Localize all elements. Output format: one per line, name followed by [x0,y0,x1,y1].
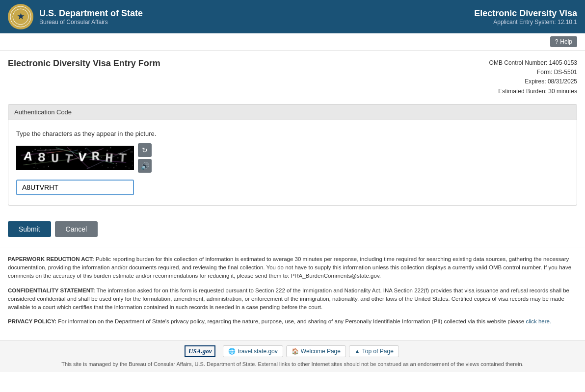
header: ★ U.S. Department of State Bureau of Con… [0,0,585,33]
svg-text:★: ★ [17,12,25,21]
captcha-controls: ↻ 🔊 [138,143,152,173]
captcha-image [16,146,134,170]
cancel-button[interactable]: Cancel [55,221,98,237]
footer-disclaimer: This site is managed by the Bureau of Co… [8,361,577,367]
header-left: ★ U.S. Department of State Bureau of Con… [8,4,143,29]
privacy-title: PRIVACY POLICY: [8,318,56,324]
footer: USA.gov 🌐 travel.state.gov 🏠 Welcome Pag… [0,340,585,372]
agency-name: U.S. Department of State [39,8,143,19]
usa-gov-logo: USA.gov [185,345,215,357]
page-title-area: Electronic Diversity Visa Entry Form OMB… [0,51,585,100]
paperwork-block: PAPERWORK REDUCTION ACT: Public reportin… [8,255,577,281]
help-bar: ? Help [0,33,585,51]
privacy-text: For information on the Department of Sta… [58,318,526,324]
confidentiality-title: CONFIDENTIALITY STATEMENT: [8,287,95,293]
home-icon: 🏠 [292,348,299,355]
help-icon: ? [555,38,558,45]
seal-icon: ★ [8,4,33,29]
welcome-page-link[interactable]: 🏠 Welcome Page [286,345,346,357]
expiry-date: Expires: 08/31/2025 [489,77,577,86]
refresh-icon: ↻ [142,146,148,154]
travel-link-text: travel.state.gov [238,348,277,355]
main-content: Authentication Code Type the characters … [0,100,585,221]
burden-estimate: Estimated Burden: 30 minutes [489,87,577,96]
form-meta: OMB Control Number: 1405-0153 Form: DS-5… [489,58,577,96]
section-body: Type the characters as they appear in th… [8,120,577,205]
audio-captcha-button[interactable]: 🔊 [138,159,152,173]
page-title: Electronic Diversity Visa Entry Form [8,58,160,69]
up-arrow-icon: ▲ [354,348,360,355]
captcha-input[interactable] [16,180,134,195]
button-row: Submit Cancel [0,221,585,247]
top-of-page-link[interactable]: ▲ Top of Page [349,345,399,357]
help-button[interactable]: ? Help [550,36,577,47]
header-right: Electronic Diversity Visa Applicant Entr… [474,8,577,26]
footer-links: USA.gov 🌐 travel.state.gov 🏠 Welcome Pag… [8,345,577,357]
refresh-captcha-button[interactable]: ↻ [138,143,152,157]
captcha-instruction: Type the characters as they appear in th… [16,130,569,137]
bureau-name: Bureau of Consular Affairs [39,19,143,26]
authentication-section: Authentication Code Type the characters … [8,104,577,206]
privacy-block: PRIVACY POLICY: For information on the D… [8,317,577,326]
confidentiality-block: CONFIDENTIALITY STATEMENT: The informati… [8,287,577,312]
header-agency-info: U.S. Department of State Bureau of Consu… [39,8,143,26]
globe-icon: 🌐 [228,348,236,355]
privacy-link[interactable]: click here. [526,318,551,324]
welcome-link-text: Welcome Page [301,348,341,355]
captcha-row: ↻ 🔊 [16,143,569,173]
travel-state-link[interactable]: 🌐 travel.state.gov [223,345,283,357]
legal-section: PAPERWORK REDUCTION ACT: Public reportin… [0,247,585,340]
audio-icon: 🔊 [141,162,149,170]
submit-button[interactable]: Submit [8,221,51,237]
paperwork-title: PAPERWORK REDUCTION ACT: [8,256,94,262]
top-link-text: Top of Page [362,348,394,355]
system-subtitle: Applicant Entry System: 12.10.1 [474,19,577,26]
help-label: Help [560,38,572,45]
system-title: Electronic Diversity Visa [474,8,577,19]
form-number: Form: DS-5501 [489,68,577,77]
omb-control: OMB Control Number: 1405-0153 [489,58,577,68]
section-title: Authentication Code [8,105,577,120]
